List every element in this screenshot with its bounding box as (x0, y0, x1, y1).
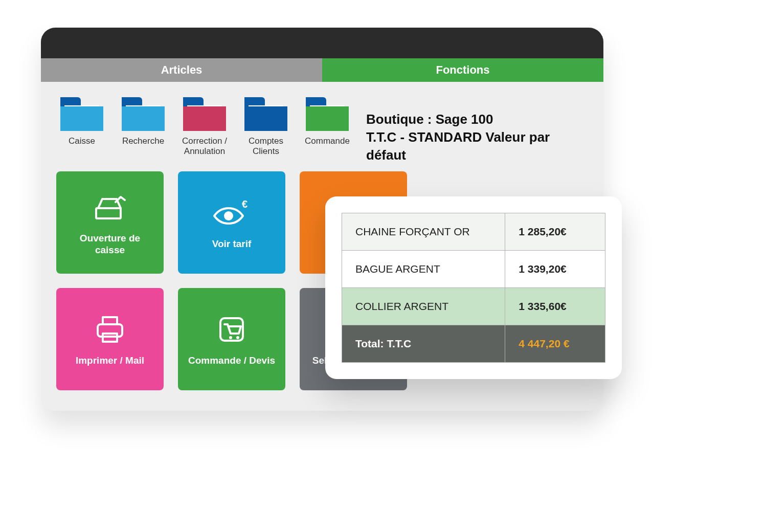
folder-item[interactable]: Correction / Annulation (179, 97, 230, 157)
svg-point-8 (229, 336, 232, 339)
folder-label: Recherche (122, 136, 164, 157)
folder-label: Comptes Clients (240, 136, 291, 157)
receipt-table: CHAINE FORÇANT OR1 285,20€BAGUE ARGENT1 … (342, 213, 605, 363)
svg-point-9 (236, 336, 239, 339)
receipt-item-name: CHAINE FORÇANT OR (342, 213, 505, 251)
folder-row: CaisseRechercheCorrection / AnnulationCo… (56, 97, 353, 157)
folder-label: Correction / Annulation (179, 136, 230, 157)
folder-icon (183, 97, 226, 131)
folder-icon (244, 97, 287, 131)
receipt-item-price: 1 335,60€ (505, 288, 605, 325)
folder-item[interactable]: Comptes Clients (240, 97, 291, 157)
receipt-item-name: COLLIER ARGENT (342, 288, 505, 325)
tile-label: Voir tarif (212, 238, 252, 250)
folder-icon (306, 97, 349, 131)
folder-item[interactable]: Caisse (56, 97, 107, 157)
tile-cart[interactable]: Commande / Devis (178, 288, 285, 390)
folder-label: Caisse (69, 136, 95, 157)
receipt-item-price: 1 339,20€ (505, 251, 605, 288)
tile-eye-euro[interactable]: €Voir tarif (178, 171, 285, 274)
cart-icon (215, 312, 248, 347)
printer-icon (94, 312, 126, 347)
tile-label: Ouverture de caisse (65, 232, 154, 257)
folder-icon (60, 97, 103, 131)
folder-label: Commande (305, 136, 350, 157)
receipt-total-label: Total: T.T.C (342, 325, 505, 363)
tile-printer[interactable]: Imprimer / Mail (56, 288, 164, 390)
receipt-row: COLLIER ARGENT1 335,60€ (342, 288, 605, 325)
boutique-line1: Boutique : Sage 100 (366, 110, 588, 128)
receipt-panel: CHAINE FORÇANT OR1 285,20€BAGUE ARGENT1 … (325, 196, 622, 379)
folder-item[interactable]: Commande (302, 97, 353, 157)
receipt-row: BAGUE ARGENT1 339,20€ (342, 251, 605, 288)
tab-articles[interactable]: Articles (41, 58, 322, 82)
receipt-item-price: 1 285,20€ (505, 213, 605, 251)
tab-fonctions[interactable]: Fonctions (322, 58, 603, 82)
eye-euro-icon: € (211, 195, 252, 231)
svg-rect-5 (103, 317, 117, 324)
register-icon (93, 189, 127, 225)
tile-register[interactable]: Ouverture de caisse (56, 171, 164, 274)
window-titlebar (41, 28, 603, 58)
tile-label: Commande / Devis (188, 354, 275, 367)
svg-rect-4 (98, 324, 122, 337)
receipt-total-row: Total: T.T.C4 447,20 € (342, 325, 605, 363)
receipt-item-name: BAGUE ARGENT (342, 251, 505, 288)
svg-point-1 (224, 211, 233, 220)
folder-item[interactable]: Recherche (118, 97, 169, 157)
boutique-info: Boutique : Sage 100 T.T.C - STANDARD Val… (366, 97, 588, 164)
folder-icon (122, 97, 165, 131)
tile-label: Imprimer / Mail (76, 354, 144, 367)
top-row: CaisseRechercheCorrection / AnnulationCo… (56, 97, 588, 164)
svg-text:€: € (242, 198, 248, 210)
svg-rect-0 (96, 208, 121, 218)
boutique-line2: T.T.C - STANDARD Valeur par défaut (366, 128, 588, 164)
receipt-row: CHAINE FORÇANT OR1 285,20€ (342, 213, 605, 251)
receipt-total-value: 4 447,20 € (505, 325, 605, 363)
tab-bar: Articles Fonctions (41, 58, 603, 82)
